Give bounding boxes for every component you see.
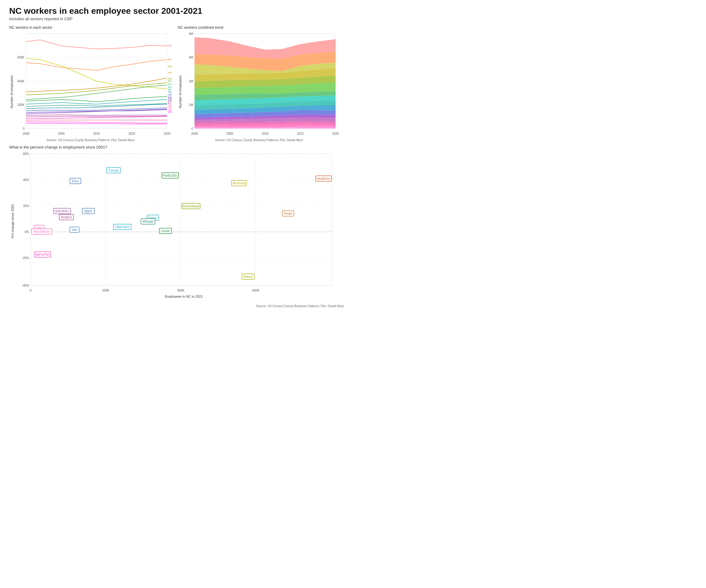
svg-text:2005: 2005 [227,132,234,135]
svg-text:600K: 600K [17,56,25,59]
svg-text:1M: 1M [189,103,193,107]
svg-text:200K: 200K [102,289,109,292]
svg-text:2000: 2000 [23,132,30,135]
svg-rect-71 [31,154,332,285]
svg-text:HealthSoc: HealthSoc [317,177,330,180]
svg-text:0: 0 [23,127,25,130]
area-chart-svg: 0 1M 2M 3M 4M Number of employees 2000 2… [178,31,340,138]
svg-text:OtherServ: OtherServ [115,225,129,229]
svg-text:60%: 60% [23,152,29,156]
svg-text:Retail: Retail [284,212,292,215]
svg-text:Info: Info [72,228,77,232]
svg-text:ArtEntRec: ArtEntRec [55,209,69,213]
top-right-chart: NC workers combined trend 0 1M 2M 3M 4M … [178,26,340,142]
svg-text:0: 0 [30,289,32,292]
top-right-chart-source: Source: US Census County Business Patter… [178,138,340,142]
svg-text:Constr: Constr [161,229,170,233]
svg-text:AdminWaste: AdminWaste [182,205,200,208]
svg-text:Number of employees: Number of employees [178,75,182,109]
svg-text:200K: 200K [17,103,25,107]
svg-text:0: 0 [191,127,193,130]
svg-text:Employees in NC in 2021: Employees in NC in 2021 [165,295,203,298]
svg-text:ProfSciTec: ProfSciTec [163,174,178,177]
svg-text:600K: 600K [252,289,260,292]
svg-text:40%: 40% [23,178,29,181]
svg-text:0%: 0% [25,230,30,234]
line-chart-svg: 0 200K 400K 600K Number of employees 200… [9,31,171,138]
svg-text:Number of employees: Number of employees [10,75,13,109]
svg-text:20%: 20% [23,204,29,208]
svg-text:AccFood: AccFood [168,71,171,74]
svg-text:2020: 2020 [332,132,339,135]
bottom-chart: What is the percent change in employment… [9,145,344,308]
scatter-chart-svg: 60% 40% 20% 0% -20% -40% Pct change sinc… [9,151,340,304]
svg-text:AccFood: AccFood [233,181,245,185]
svg-text:AgForFish: AgForFish [35,253,49,256]
svg-text:MineOilGas: MineOilGas [168,111,171,114]
svg-text:Educ: Educ [72,179,79,183]
svg-marker-52 [195,128,336,129]
svg-text:ProfSciTec: ProfSciTec [168,80,171,83]
top-left-chart: NC workers in each sector 0 200K 400K 60… [9,26,171,142]
svg-text:400K: 400K [177,289,185,292]
svg-text:HealthSoc: HealthSoc [168,44,171,47]
svg-text:2000: 2000 [191,132,198,135]
svg-text:2005: 2005 [58,132,65,135]
svg-text:3M: 3M [189,56,193,59]
svg-text:400K: 400K [17,80,25,83]
svg-text:MineOilGas: MineOilGas [34,230,50,234]
bottom-chart-source: Source: US Census County Business Patter… [9,304,344,308]
svg-text:2015: 2015 [128,132,135,135]
svg-text:-40%: -40% [22,284,29,287]
svg-text:4M: 4M [189,32,193,36]
top-left-chart-source: Source: US Census County Business Patter… [9,138,171,142]
page-subtitle: Includes all sectors reported in CBP [9,16,344,21]
svg-text:Constr: Constr [168,83,171,86]
svg-text:-20%: -20% [22,256,29,260]
page-title: NC workers in each employee sector 2001-… [9,6,344,16]
svg-text:Retail: Retail [168,58,171,61]
svg-text:RealEst: RealEst [61,216,71,219]
top-right-chart-title: NC workers combined trend [178,26,340,30]
top-left-chart-title: NC workers in each sector [9,26,171,30]
svg-text:2M: 2M [189,80,193,83]
svg-text:2010: 2010 [262,132,269,135]
svg-text:Manuf: Manuf [168,65,171,68]
svg-text:Whlsale: Whlsale [143,220,154,223]
bottom-chart-title: What is the percent change in employment… [9,145,344,150]
svg-text:2010: 2010 [93,132,100,135]
svg-text:2020: 2020 [164,132,171,135]
svg-text:Manuf: Manuf [244,275,252,279]
svg-text:2015: 2015 [297,132,304,135]
svg-text:Pct change since 2001: Pct change since 2001 [11,204,14,238]
svg-text:Transpt: Transpt [108,169,119,172]
svg-text:Mgmt: Mgmt [85,209,92,213]
